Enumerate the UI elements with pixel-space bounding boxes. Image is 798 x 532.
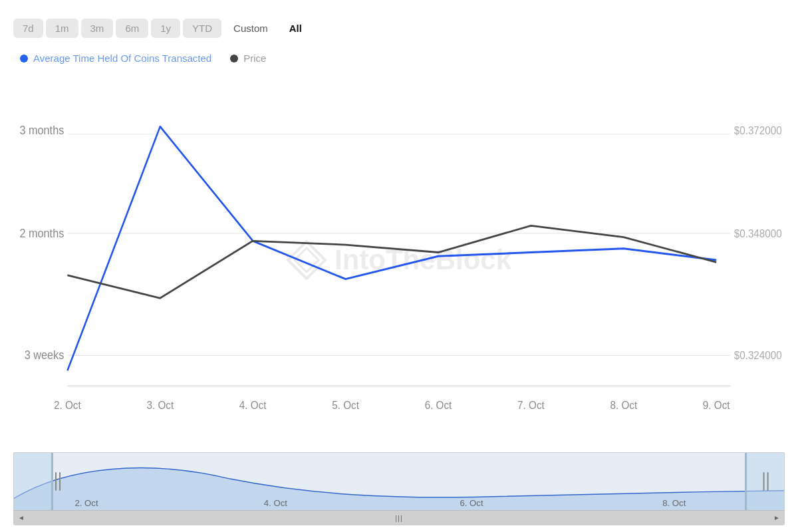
legend-label-price: Price <box>243 53 266 64</box>
svg-text:8. Oct: 8. Oct <box>662 498 686 508</box>
btn-all[interactable]: All <box>280 19 311 38</box>
svg-text:4. Oct: 4. Oct <box>264 498 288 508</box>
scroll-center-handle[interactable]: ||| <box>395 514 403 522</box>
svg-text:4. Oct: 4. Oct <box>239 398 267 411</box>
svg-text:$0.324000: $0.324000 <box>734 348 782 361</box>
chart-area: IntoTheBlock 3 months 2 months 3 weeks $… <box>13 73 785 525</box>
svg-text:6. Oct: 6. Oct <box>460 498 483 508</box>
svg-text:7. Oct: 7. Oct <box>517 398 545 411</box>
btn-6m[interactable]: 6m <box>116 19 148 38</box>
svg-rect-26 <box>745 453 747 510</box>
legend-label-avg-time: Average Time Held Of Coins Transacted <box>33 53 211 64</box>
svg-rect-21 <box>14 453 51 510</box>
legend-item-avg-time: Average Time Held Of Coins Transacted <box>20 53 211 64</box>
btn-7d[interactable]: 7d <box>13 19 43 38</box>
scroll-left-arrow[interactable]: ◄ <box>18 514 25 521</box>
svg-text:3. Oct: 3. Oct <box>146 398 174 411</box>
navigator-svg: 2. Oct 4. Oct 6. Oct 8. Oct <box>14 453 784 510</box>
legend-dot-dark <box>230 55 238 63</box>
btn-ytd[interactable]: YTD <box>183 19 221 38</box>
btn-1y[interactable]: 1y <box>151 19 180 38</box>
legend-dot-blue <box>20 55 28 63</box>
svg-text:3 weeks: 3 weeks <box>25 348 65 362</box>
legend-item-price: Price <box>230 53 266 64</box>
btn-1m[interactable]: 1m <box>46 19 78 38</box>
time-range-bar: 7d 1m 3m 6m 1y YTD Custom All <box>13 13 785 46</box>
price-line <box>67 225 716 298</box>
svg-text:$0.372000: $0.372000 <box>734 124 782 136</box>
scroll-right-arrow[interactable]: ► <box>773 514 780 521</box>
svg-text:2. Oct: 2. Oct <box>54 398 81 411</box>
svg-text:2. Oct: 2. Oct <box>74 498 98 508</box>
chart-legend: Average Time Held Of Coins Transacted Pr… <box>13 46 785 73</box>
svg-text:6. Oct: 6. Oct <box>425 398 452 411</box>
btn-custom[interactable]: Custom <box>224 19 277 38</box>
main-container: 7d 1m 3m 6m 1y YTD Custom All Average Ti… <box>0 0 798 532</box>
svg-text:$0.348000: $0.348000 <box>734 227 782 239</box>
navigator[interactable]: 2. Oct 4. Oct 6. Oct 8. Oct ◄ ||| ► <box>13 452 785 525</box>
svg-text:3 months: 3 months <box>19 123 64 137</box>
svg-text:5. Oct: 5. Oct <box>332 398 359 411</box>
svg-text:8. Oct: 8. Oct <box>610 398 637 411</box>
chart-svg: 3 months 2 months 3 weeks $0.372000 $0.3… <box>13 73 785 447</box>
navigator-content: 2. Oct 4. Oct 6. Oct 8. Oct <box>14 453 784 510</box>
svg-text:2 months: 2 months <box>19 226 64 240</box>
svg-text:9. Oct: 9. Oct <box>703 398 730 411</box>
scrollbar[interactable]: ◄ ||| ► <box>14 510 784 525</box>
btn-3m[interactable]: 3m <box>81 19 114 38</box>
chart-main: IntoTheBlock 3 months 2 months 3 weeks $… <box>13 73 785 447</box>
svg-rect-22 <box>51 453 53 510</box>
